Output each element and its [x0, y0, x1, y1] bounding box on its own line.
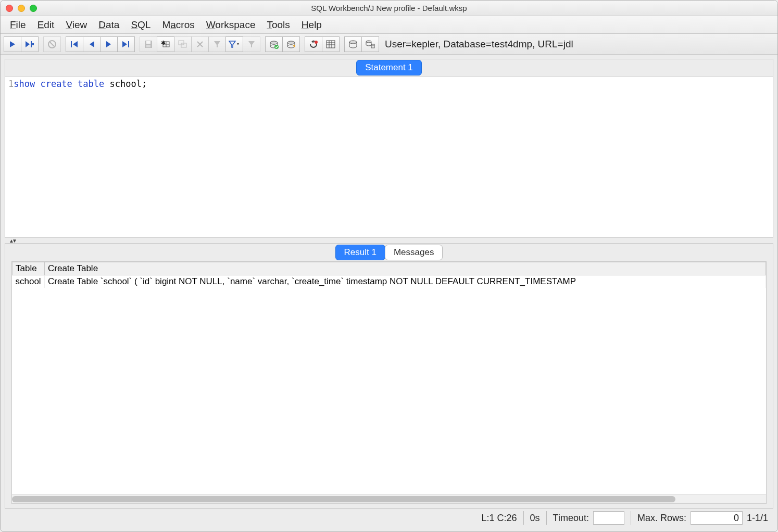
delete-row-icon[interactable] [191, 36, 209, 52]
menu-sql[interactable]: SQL [131, 19, 150, 31]
svg-point-31 [287, 41, 295, 44]
svg-marker-7 [73, 41, 78, 47]
connection-info: User=kepler, Database=test4dmp, URL=jdl [385, 39, 573, 50]
copy-row-icon[interactable] [174, 36, 192, 52]
db-explorer-icon[interactable] [344, 36, 362, 52]
result-table[interactable]: Table Create Table school Create Table `… [12, 262, 766, 288]
window-title: SQL Workbench/J New profile - Default.wk… [1, 4, 777, 12]
save-icon[interactable] [140, 36, 157, 52]
svg-marker-9 [106, 41, 111, 47]
svg-marker-10 [122, 41, 127, 47]
svg-line-5 [50, 42, 54, 46]
next-record-icon[interactable] [100, 36, 118, 52]
svg-point-34 [315, 41, 318, 44]
col-header-table[interactable]: Table [12, 262, 45, 275]
svg-rect-35 [327, 41, 335, 48]
svg-marker-0 [10, 41, 15, 47]
svg-marker-26 [248, 41, 255, 47]
results-panel: Result 1 Messages Table Create Table sch… [5, 243, 773, 509]
menu-macros[interactable]: Macros [162, 19, 194, 31]
table-row[interactable]: school Create Table `school` ( `id` bigi… [12, 275, 766, 288]
tab-messages[interactable]: Messages [385, 245, 443, 260]
svg-text:✱: ✱ [161, 40, 166, 46]
result-table-wrap: Table Create Table school Create Table `… [11, 261, 767, 504]
timeout-label: Timeout: [553, 513, 589, 524]
editor-tabstrip: Statement 1 [5, 59, 773, 77]
workspace: Statement 1 1show create table school; ▲… [1, 55, 777, 531]
result-tabstrip: Result 1 Messages [5, 244, 773, 261]
maxrows-input[interactable]: 0 [691, 511, 743, 525]
svg-marker-32 [293, 44, 295, 47]
sql-text: school; [104, 79, 147, 89]
menu-data[interactable]: Data [98, 19, 119, 31]
svg-rect-13 [146, 41, 150, 44]
menu-view[interactable]: View [66, 19, 87, 31]
last-record-icon[interactable] [117, 36, 135, 52]
maxrows-label: Max. Rows: [637, 513, 686, 524]
svg-marker-23 [214, 41, 220, 47]
splitter-handle[interactable]: ▲▼ [5, 238, 773, 243]
reset-filter-icon[interactable] [243, 36, 260, 52]
db-tree-icon[interactable] [361, 36, 379, 52]
svg-marker-1 [26, 41, 30, 47]
tab-result-1[interactable]: Result 1 [335, 245, 385, 260]
timeout-input[interactable] [593, 511, 624, 525]
sql-editor[interactable]: 1show create table school; [5, 77, 773, 238]
svg-rect-6 [71, 41, 72, 47]
elapsed-time: 0s [530, 513, 540, 524]
svg-marker-8 [90, 41, 94, 47]
row-range: 1-1/1 [747, 513, 768, 524]
svg-marker-25 [237, 43, 239, 45]
commit-icon[interactable] [265, 36, 283, 52]
rematch-result-icon[interactable] [305, 36, 322, 52]
menu-file[interactable]: File [10, 19, 26, 31]
titlebar: SQL Workbench/J New profile - Default.wk… [1, 1, 777, 16]
svg-rect-11 [128, 41, 129, 47]
filter-icon[interactable] [225, 36, 243, 52]
svg-rect-2 [31, 41, 32, 47]
svg-rect-3 [32, 43, 34, 45]
stop-icon[interactable] [43, 36, 61, 52]
tab-statement-1[interactable]: Statement 1 [356, 60, 422, 75]
menu-tools[interactable]: Tools [267, 19, 290, 31]
prev-record-icon[interactable] [83, 36, 101, 52]
run-current-icon[interactable] [4, 36, 21, 52]
col-header-create-table[interactable]: Create Table [45, 262, 766, 275]
sql-keywords: show create table [14, 79, 104, 89]
toolbar: ✱ User=kepler, Database=test4dmp, URL=jd… [1, 34, 777, 55]
horizontal-scrollbar[interactable] [12, 494, 766, 503]
insert-row-icon[interactable]: ✱ [157, 36, 174, 52]
cell-create: Create Table `school` ( `id` bigint NOT … [45, 275, 766, 288]
svg-point-41 [366, 41, 371, 43]
menu-help[interactable]: Help [302, 19, 322, 31]
first-record-icon[interactable] [66, 36, 83, 52]
filter-selection-icon[interactable] [208, 36, 226, 52]
show-tables-icon[interactable] [322, 36, 340, 52]
cell-table: school [12, 275, 45, 288]
menu-edit[interactable]: Edit [37, 19, 55, 31]
rollback-icon[interactable] [282, 36, 300, 52]
svg-point-28 [270, 41, 278, 44]
menubar: File Edit View Data SQL Macros Workspace… [1, 16, 777, 34]
cursor-position: L:1 C:26 [482, 513, 517, 524]
svg-marker-33 [311, 40, 313, 43]
svg-marker-24 [229, 41, 235, 47]
svg-rect-14 [146, 45, 150, 47]
line-number: 1 [8, 79, 14, 89]
status-bar: L:1 C:26 0s Timeout: Max. Rows: 0 1-1/1 [5, 509, 773, 527]
menu-workspace[interactable]: Workspace [206, 19, 256, 31]
svg-point-40 [349, 41, 357, 44]
run-to-cursor-icon[interactable] [21, 36, 39, 52]
